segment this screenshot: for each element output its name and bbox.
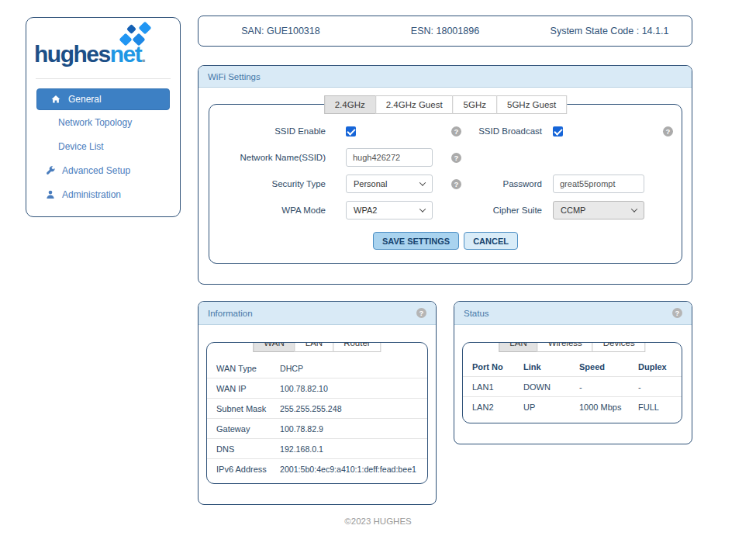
- sidebar-item-label: Advanced Setup: [62, 165, 130, 176]
- network-name-help-icon[interactable]: [451, 153, 461, 163]
- information-body: WAN LAN Router WAN Type DHCP WAN IP 100.…: [198, 325, 436, 504]
- security-type-help-icon[interactable]: [451, 179, 461, 189]
- lan-status-table: Port No Link Speed Duplex LAN1 DOWN - - …: [463, 357, 682, 417]
- hughesnet-logo: hughesnet.: [26, 18, 180, 78]
- home-icon: [50, 94, 61, 105]
- esn-value: ESN: 18001896: [363, 26, 527, 36]
- password-input[interactable]: [553, 175, 644, 193]
- sidebar-item-general[interactable]: General: [36, 88, 170, 110]
- ssid-enable-help-icon[interactable]: [451, 126, 461, 137]
- table-row: LAN2 UP 1000 Mbps FULL: [463, 397, 682, 417]
- chevron-down-icon: [419, 206, 426, 212]
- tab-2-4ghz-guest[interactable]: 2.4GHz Guest: [375, 95, 454, 114]
- security-type-select[interactable]: Personal: [346, 175, 433, 193]
- wan-info-table: WAN Type DHCP WAN IP 100.78.82.10 Subnet…: [207, 358, 427, 479]
- network-name-input[interactable]: [346, 148, 433, 167]
- wpa-mode-label: WPA Mode: [222, 206, 346, 215]
- status-tabs: LAN Wireless Devices: [499, 342, 645, 352]
- table-row: Gateway 100.78.82.9: [207, 419, 427, 439]
- status-panel: Status LAN Wireless Devices Port No Link…: [454, 301, 692, 444]
- sidebar-item-label: Device List: [58, 141, 104, 152]
- table-row: DNS 192.168.0.1: [207, 439, 427, 459]
- tab-wan[interactable]: WAN: [253, 342, 295, 352]
- sidebar-item-network-topology[interactable]: Network Topology: [26, 110, 180, 134]
- ssid-broadcast-help-icon[interactable]: [663, 126, 673, 137]
- table-row: IPv6 Address 2001:5b0:4ec9:a410:1:deff:f…: [207, 459, 427, 479]
- information-panel: Information WAN LAN Router WAN Type DHCP…: [198, 301, 437, 505]
- cipher-suite-label: Cipher Suite: [461, 206, 553, 215]
- system-info-bar: SAN: GUE100318 ESN: 18001896 System Stat…: [198, 16, 692, 47]
- wifi-band-tabs: 2.4GHz 2.4GHz Guest 5GHz 5GHz Guest: [324, 95, 568, 114]
- sidebar-item-label: Administration: [62, 189, 121, 200]
- sidebar-item-label: Network Topology: [58, 117, 132, 128]
- wpa-mode-select[interactable]: WPA2: [346, 201, 433, 219]
- chevron-down-icon: [631, 206, 637, 212]
- chevron-down-icon: [419, 179, 426, 185]
- status-body: LAN Wireless Devices Port No Link Speed …: [454, 325, 692, 444]
- sidebar-menu: General Network Topology Device List Adv…: [26, 79, 180, 206]
- tab-router[interactable]: Router: [333, 342, 381, 352]
- panel-title: WiFi Settings: [208, 72, 261, 81]
- status-fieldset: LAN Wireless Devices Port No Link Speed …: [462, 342, 682, 423]
- sidebar-item-advanced-setup[interactable]: Advanced Setup: [26, 158, 180, 182]
- sidebar-item-device-list[interactable]: Device List: [26, 134, 180, 158]
- information-help-icon[interactable]: [416, 308, 426, 318]
- table-row: WAN IP 100.78.82.10: [207, 378, 427, 399]
- security-type-label: Security Type: [222, 179, 346, 188]
- san-value: SAN: GUE100318: [198, 26, 363, 36]
- information-header: Information: [198, 302, 436, 325]
- tab-wireless[interactable]: Wireless: [537, 342, 593, 352]
- person-icon: [45, 189, 56, 200]
- network-name-label: Network Name(SSID): [222, 153, 346, 162]
- sidebar: hughesnet. General Network Topology Devi…: [26, 17, 181, 217]
- ssid-broadcast-checkbox[interactable]: [553, 126, 563, 137]
- tab-5ghz[interactable]: 5GHz: [453, 95, 497, 114]
- save-settings-button[interactable]: SAVE SETTINGS: [373, 232, 459, 250]
- wifi-fieldset: 2.4GHz 2.4GHz Guest 5GHz 5GHz Guest SSID…: [209, 104, 682, 264]
- table-row: WAN Type DHCP: [207, 358, 427, 378]
- sidebar-item-label: General: [68, 94, 102, 105]
- wifi-settings-header: WiFi Settings: [198, 66, 692, 88]
- panel-title: Status: [464, 309, 489, 318]
- ssid-enable-checkbox[interactable]: [346, 126, 356, 137]
- table-row: LAN1 DOWN - -: [463, 377, 682, 397]
- panel-title: Information: [208, 309, 253, 318]
- table-header-row: Port No Link Speed Duplex: [463, 357, 682, 377]
- tab-devices[interactable]: Devices: [592, 342, 646, 352]
- cancel-button[interactable]: CANCEL: [464, 232, 518, 250]
- tab-lan-status[interactable]: LAN: [499, 342, 537, 352]
- table-row: Subnet Mask 255.255.255.248: [207, 399, 427, 419]
- copyright-footer: ©2023 HUGHES: [0, 517, 756, 526]
- ssid-enable-label: SSID Enable: [222, 126, 346, 136]
- wifi-form: SSID Enable SSID Broadcast Network Name(…: [209, 105, 682, 250]
- sidebar-item-administration[interactable]: Administration: [26, 182, 180, 206]
- password-label: Password: [461, 179, 553, 188]
- status-header: Status: [454, 302, 692, 325]
- information-fieldset: WAN LAN Router WAN Type DHCP WAN IP 100.…: [206, 342, 428, 484]
- tab-lan[interactable]: LAN: [295, 342, 333, 352]
- wifi-buttons-row: SAVE SETTINGS CANCEL: [209, 232, 682, 250]
- logo-text: hughesnet.: [34, 41, 145, 67]
- cipher-suite-select[interactable]: CCMP: [553, 201, 644, 219]
- system-state-code: System State Code : 14.1.1: [527, 26, 692, 36]
- tab-2-4ghz[interactable]: 2.4GHz: [324, 95, 376, 114]
- wrench-icon: [45, 165, 56, 176]
- wifi-settings-panel: WiFi Settings 2.4GHz 2.4GHz Guest 5GHz 5…: [198, 65, 692, 285]
- wifi-settings-body: 2.4GHz 2.4GHz Guest 5GHz 5GHz Guest SSID…: [198, 88, 692, 285]
- information-tabs: WAN LAN Router: [253, 342, 381, 352]
- tab-5ghz-guest[interactable]: 5GHz Guest: [496, 95, 567, 114]
- status-help-icon[interactable]: [672, 308, 682, 318]
- ssid-broadcast-label: SSID Broadcast: [461, 126, 553, 136]
